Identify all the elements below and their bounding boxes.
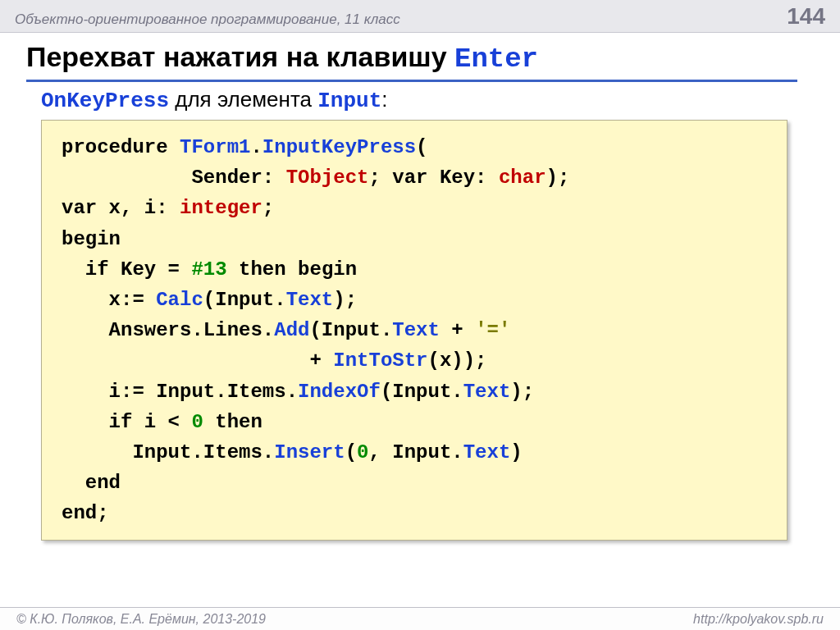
c: integer — [180, 197, 262, 219]
c: ( — [345, 441, 357, 463]
c: if i < — [62, 411, 191, 433]
c: Sender: — [62, 167, 286, 189]
c: then — [203, 411, 262, 433]
footer-copyright: © К.Ю. Поляков, Е.А. Ерёмин, 2013-2019 — [16, 612, 266, 627]
c: IndexOf — [298, 381, 381, 403]
c: Text — [463, 441, 511, 463]
code-block: procedure TForm1.InputKeyPress( Sender: … — [41, 120, 788, 541]
c: if Key = — [62, 258, 191, 281]
c: #13 — [191, 258, 226, 281]
c: '=' — [475, 319, 510, 341]
c: InputKeyPress — [262, 136, 416, 158]
c: Text — [286, 289, 334, 311]
c: ( — [416, 136, 427, 158]
c: , Input. — [368, 441, 463, 463]
c: + — [62, 349, 333, 372]
page-number: 144 — [787, 3, 825, 30]
c: Text — [463, 381, 511, 403]
c: (Input. — [381, 381, 463, 403]
c: Answers.Lines. — [62, 319, 274, 341]
c: TForm1 — [180, 136, 250, 158]
c: begin — [62, 228, 121, 250]
c: ; — [262, 197, 274, 219]
c: (Input. — [309, 319, 392, 341]
c: end — [62, 472, 121, 494]
c: Input.Items. — [62, 441, 274, 463]
slide: Объектно-ориентированное программировани… — [0, 0, 840, 630]
c: Insert — [274, 441, 345, 463]
c: (Input. — [203, 289, 286, 311]
slide-header: Объектно-ориентированное программировани… — [0, 0, 840, 33]
c: ); — [510, 381, 534, 403]
c: . — [250, 136, 262, 158]
c: ); — [333, 289, 357, 311]
slide-subtitle: OnKeyPress для элемента Input: — [41, 87, 840, 113]
c: i:= Input.Items. — [62, 381, 298, 403]
c: procedure — [62, 136, 180, 158]
c: end; — [62, 502, 109, 524]
c: (x)); — [427, 349, 486, 372]
c: x:= — [62, 289, 156, 311]
c: + — [440, 319, 475, 341]
footer-url: http://kpolyakov.spb.ru — [693, 612, 824, 627]
c: 0 — [357, 441, 368, 463]
sub-t4: : — [381, 87, 387, 112]
c: 0 — [191, 411, 203, 433]
header-topic: Объектно-ориентированное программировани… — [15, 11, 400, 28]
sub-t2: для элемента — [169, 87, 317, 112]
c: Add — [274, 319, 309, 341]
sub-t3: Input — [317, 89, 381, 113]
slide-title: Перехват нажатия на клавишу Enter — [26, 41, 797, 82]
c: TObject — [286, 167, 369, 189]
c: ; var Key: — [368, 167, 498, 189]
sub-t1: OnKeyPress — [41, 89, 169, 113]
title-text: Перехват нажатия на клавишу — [26, 41, 454, 72]
title-mono: Enter — [454, 43, 538, 75]
c: Text — [392, 319, 440, 341]
c: Calc — [156, 289, 203, 311]
c: var x, i: — [62, 197, 180, 219]
c: ); — [546, 167, 570, 189]
c: IntToStr — [333, 349, 427, 372]
c: ) — [510, 441, 522, 463]
slide-footer: © К.Ю. Поляков, Е.А. Ерёмин, 2013-2019 h… — [0, 607, 840, 630]
c: then begin — [227, 258, 357, 281]
c: char — [499, 167, 546, 189]
